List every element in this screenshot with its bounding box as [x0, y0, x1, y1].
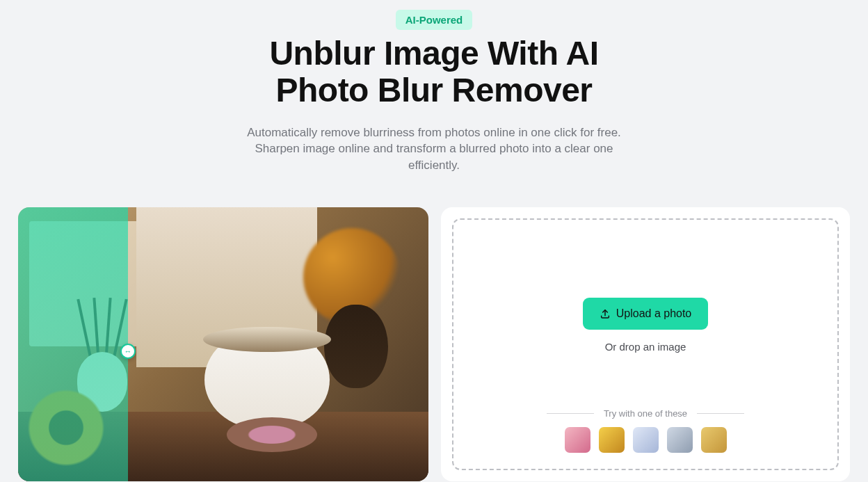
upload-button-label: Upload a photo	[616, 307, 692, 320]
try-label: Try with one of these	[547, 408, 744, 419]
upload-icon	[600, 308, 611, 319]
page-title: Unblur Image With AI Photo Blur Remover	[269, 35, 598, 109]
upload-panel: Upload a photo Or drop an image Try with…	[441, 207, 850, 481]
drop-hint: Or drop an image	[605, 341, 686, 353]
sample-thumb-brushes[interactable]	[633, 427, 659, 453]
comparison-preview: ↔	[18, 207, 428, 481]
preview-scene	[18, 207, 428, 481]
sample-thumbs	[565, 427, 727, 453]
sample-thumb-bag[interactable]	[701, 427, 727, 453]
page-subtitle: Automatically remove blurriness from pho…	[239, 124, 629, 174]
sample-thumb-person[interactable]	[565, 427, 590, 453]
comparison-slider-handle[interactable]: ↔	[120, 344, 136, 359]
upload-button[interactable]: Upload a photo	[583, 298, 709, 330]
sample-thumb-bottles[interactable]	[599, 427, 625, 453]
ai-powered-badge: AI-Powered	[396, 10, 473, 30]
sample-thumb-headphones[interactable]	[667, 427, 693, 453]
upload-dropzone[interactable]: Upload a photo Or drop an image Try with…	[452, 218, 839, 470]
